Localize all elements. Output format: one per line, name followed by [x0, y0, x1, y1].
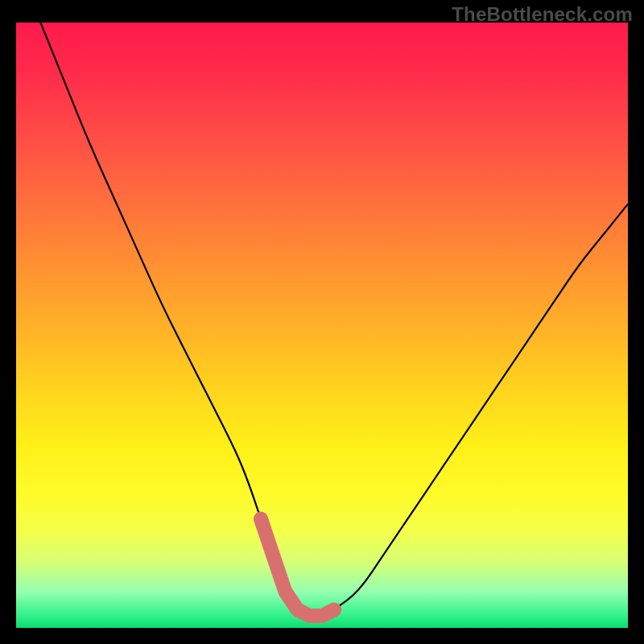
- curve-overlay: [16, 23, 628, 628]
- curve-right-branch: [310, 204, 628, 616]
- chart-frame: TheBottleneck.com: [0, 0, 644, 644]
- watermark-text: TheBottleneck.com: [452, 3, 633, 26]
- bottleneck-highlight: [261, 519, 334, 616]
- plot-area: [16, 23, 628, 628]
- curve-left-branch: [40, 23, 322, 616]
